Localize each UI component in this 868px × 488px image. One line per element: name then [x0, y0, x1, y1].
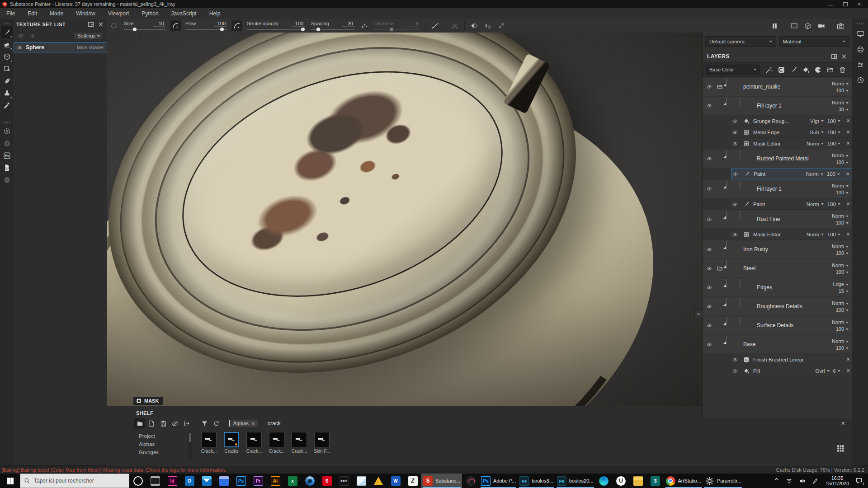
texture-set-row-sphere[interactable]: Sphere Main shader — [14, 42, 107, 52]
shelf-import-button[interactable] — [181, 418, 192, 428]
show-all-eye-icon[interactable] — [17, 33, 24, 39]
visibility-eye-icon[interactable] — [703, 335, 716, 353]
flow-falloff-button[interactable] — [231, 20, 242, 31]
layer-row[interactable]: Fill layer 1Norm100 — [703, 180, 852, 198]
add-smart-mask-button[interactable] — [814, 66, 822, 74]
taskbar-unreal-engine[interactable]: U — [613, 474, 630, 488]
effect-row[interactable]: Metal Edge ...Sub100✕ — [731, 127, 852, 138]
menu-item-window[interactable]: Window — [70, 8, 102, 19]
menu-item-edit[interactable]: Edit — [21, 8, 43, 19]
chip-remove-icon[interactable]: ✕ — [251, 421, 255, 426]
taskbar-camera-app[interactable] — [301, 474, 318, 488]
layer-row[interactable]: Rusted Painted MetalNorm100 — [703, 150, 852, 168]
symmetry-button[interactable] — [469, 20, 480, 31]
visibility-eye-icon[interactable] — [703, 278, 716, 296]
taskbar-word[interactable]: W — [387, 474, 404, 488]
material-picker-tool[interactable] — [1, 99, 13, 111]
taskbar-boulos3-window[interactable]: Psboulos3... — [518, 474, 555, 488]
transform-button[interactable] — [496, 20, 507, 31]
opacity-select[interactable]: 15 — [839, 288, 849, 294]
visibility-eye-icon[interactable] — [703, 316, 716, 334]
viewer-settings-button[interactable] — [855, 59, 866, 70]
camera-select[interactable]: Default camera — [705, 36, 776, 47]
smudge-tool[interactable] — [1, 75, 13, 87]
volume-icon[interactable] — [796, 474, 809, 488]
param-flow[interactable]: Flow100 — [185, 21, 227, 31]
dock-panel-icon[interactable] — [830, 53, 838, 60]
notification-center-icon[interactable]: 1 — [853, 474, 868, 488]
layer-row[interactable]: BaseNorm100 — [703, 335, 852, 353]
visibility-eye-icon[interactable] — [731, 357, 743, 362]
minimize-button[interactable] — [828, 2, 833, 6]
shelf-resource[interactable]: Crack... — [245, 432, 263, 460]
close-panel-icon[interactable] — [97, 21, 104, 28]
remove-effect-icon[interactable]: ✕ — [844, 171, 852, 177]
search-clear-icon[interactable]: ✕ — [841, 420, 850, 427]
remove-effect-icon[interactable]: ✕ — [844, 231, 852, 237]
dock-panel-icon[interactable] — [87, 21, 94, 28]
menu-item-python[interactable]: Python — [135, 8, 165, 19]
close-button[interactable]: ✕ — [857, 2, 862, 6]
blend-mode-select[interactable]: Vlgt — [810, 118, 824, 124]
blend-mode-select[interactable]: Norm — [832, 300, 849, 306]
add-smart-material-button[interactable] — [778, 66, 785, 74]
taskbar-triangle-app[interactable] — [370, 474, 387, 488]
opacity-select[interactable]: 100 — [827, 202, 840, 207]
taskbar-circle-app[interactable] — [129, 474, 146, 488]
blend-mode-select[interactable]: Norm — [832, 213, 849, 219]
shelf-category-grunges[interactable]: Grunges — [133, 448, 187, 456]
shelf-resource[interactable]: Cracks — [222, 432, 241, 460]
taskbar-adobe-photoshop-window[interactable]: PsAdobe P... — [479, 474, 518, 488]
layer-row[interactable]: SteelNorm100 — [703, 259, 852, 277]
visibility-eye-icon[interactable] — [703, 97, 716, 115]
taskbar-photoshop[interactable]: Ps — [232, 474, 250, 488]
visibility-eye-icon[interactable] — [731, 201, 743, 207]
clone-tool[interactable] — [1, 87, 13, 99]
param-value-field[interactable]: 10 — [153, 21, 165, 27]
history-button[interactable] — [855, 75, 866, 85]
viewport-3d[interactable]: MASK — [107, 33, 702, 406]
layer-row[interactable]: Surface DetailsNorm100 — [703, 316, 852, 334]
blend-mode-select[interactable]: Norm — [832, 100, 849, 105]
taskbar-search-input[interactable]: Taper ici pour rechercher — [20, 474, 129, 488]
substance-plugin[interactable]: S — [1, 174, 13, 186]
effect-row[interactable]: SFinish Brushed Linear✕ — [731, 354, 852, 365]
solo-eye-icon[interactable] — [29, 33, 36, 39]
layer-row[interactable]: EdgesLdge15 — [703, 278, 852, 296]
view-2d3d-button[interactable] — [788, 20, 799, 31]
taskbar-mail[interactable] — [198, 474, 215, 488]
visibility-eye-icon[interactable] — [731, 368, 743, 374]
lazy-mouse-button[interactable] — [430, 20, 441, 31]
remove-effect-icon[interactable]: ✕ — [844, 368, 852, 374]
opacity-select[interactable]: 100 — [836, 269, 849, 275]
pen-icon[interactable] — [809, 474, 822, 488]
straight-line-button[interactable] — [449, 20, 460, 31]
shelf-save-button[interactable] — [158, 418, 169, 428]
blend-mode-select[interactable]: Sub — [810, 130, 823, 135]
menu-item-file[interactable]: File — [0, 8, 21, 19]
effect-row[interactable]: PaintNorm100✕ — [731, 199, 852, 210]
taskbar-zbrush[interactable]: Z — [404, 474, 421, 488]
param-slider[interactable] — [374, 28, 420, 31]
menu-item-viewport[interactable]: Viewport — [102, 8, 135, 19]
remove-effect-icon[interactable]: ✕ — [844, 129, 852, 135]
taskbar-sketchup[interactable]: S — [318, 474, 335, 488]
visibility-eye-icon[interactable] — [731, 141, 743, 146]
opacity-select[interactable]: 100 — [836, 190, 849, 195]
delete-layer-button[interactable] — [839, 66, 846, 74]
param-value-field[interactable]: 100 — [292, 21, 305, 27]
visibility-eye-icon[interactable] — [731, 231, 743, 237]
add-fill-layer-button[interactable] — [802, 66, 810, 74]
collapse-panel-button[interactable]: « — [694, 309, 703, 318]
visibility-eye-icon[interactable] — [731, 118, 743, 124]
slider-handle[interactable] — [133, 28, 137, 31]
shader-settings-button[interactable] — [855, 44, 866, 55]
shelf-filter-button[interactable] — [199, 418, 210, 428]
blend-mode-select[interactable]: Norm — [807, 202, 824, 207]
grid-view-icon[interactable] — [836, 444, 844, 452]
taskbar-notepad[interactable] — [353, 474, 370, 488]
shelf-folder-button[interactable] — [134, 418, 145, 428]
blend-mode-select[interactable]: Norm — [832, 319, 849, 325]
taskbar-indesign[interactable]: Id — [164, 474, 181, 488]
blend-mode-select[interactable]: Norm — [832, 244, 849, 249]
